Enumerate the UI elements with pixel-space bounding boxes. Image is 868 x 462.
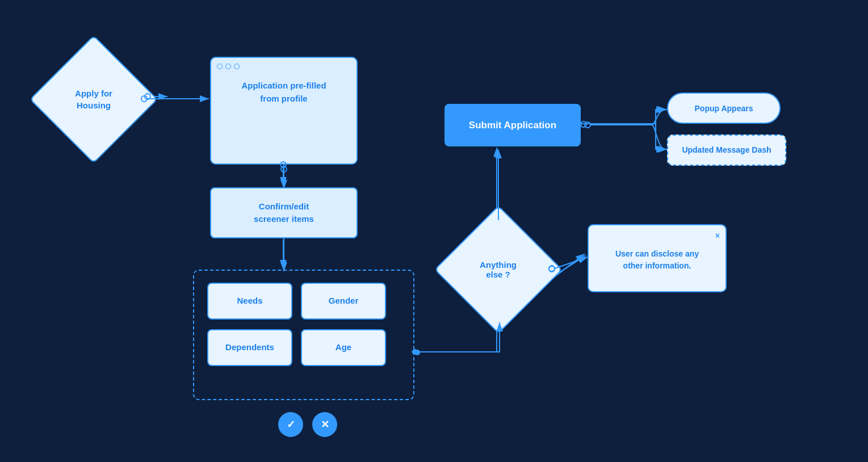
dependents-box: Dependents bbox=[207, 329, 292, 366]
browser-dot-1 bbox=[217, 64, 223, 69]
connector-dot-3 bbox=[414, 350, 420, 355]
gender-box: Gender bbox=[301, 283, 386, 320]
anything-else-diamond-wrapper: Anythingelse ? bbox=[448, 220, 548, 319]
browser-dot-3 bbox=[234, 64, 240, 69]
cross-button[interactable]: ✕ bbox=[312, 412, 337, 437]
connector-dot-2 bbox=[280, 166, 287, 173]
browser-content: Application pre-filledfrom profile bbox=[217, 74, 351, 111]
browser-dot-2 bbox=[225, 64, 231, 69]
submit-application-box[interactable]: Submit Application bbox=[445, 104, 581, 146]
confirm-box: Confirm/editscreener items bbox=[210, 187, 358, 238]
start-diamond-wrapper: Apply forHousing bbox=[45, 51, 142, 148]
updated-message-box: Updated Message Dash bbox=[667, 135, 786, 166]
check-button[interactable]: ✓ bbox=[278, 412, 303, 437]
connector-dot-1 bbox=[144, 93, 151, 100]
close-icon[interactable]: × bbox=[715, 230, 720, 242]
start-diamond-label: Apply forHousing bbox=[45, 51, 142, 148]
needs-box: Needs bbox=[207, 283, 292, 320]
age-box: Age bbox=[301, 329, 386, 366]
browser-dots bbox=[217, 64, 351, 69]
connector-dot-5 bbox=[580, 121, 587, 128]
anything-else-label: Anythingelse ? bbox=[448, 220, 548, 319]
diagram-canvas: Apply forHousing Application pre-filledf… bbox=[0, 0, 868, 462]
browser-box: Application pre-filledfrom profile bbox=[210, 57, 358, 165]
disclose-box: × User can disclose anyother information… bbox=[588, 224, 727, 292]
connector-dot-4 bbox=[548, 266, 555, 272]
popup-appears-box: Popup Appears bbox=[667, 93, 781, 124]
